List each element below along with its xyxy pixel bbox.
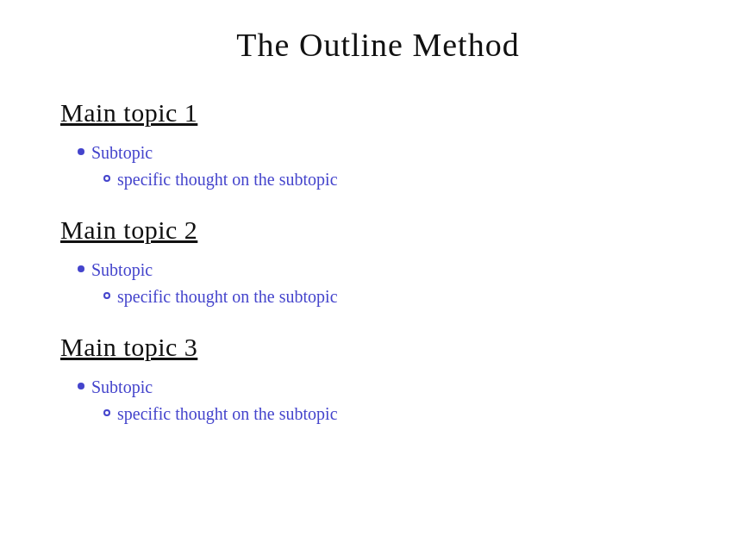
subtopic-list-3: Subtopic <box>60 377 696 397</box>
thought-bullet-icon <box>103 292 110 299</box>
thought-list-1: specific thought on the subtopic <box>60 170 696 190</box>
topic-section-2: Main topic 2 Subtopic specific thought o… <box>60 215 696 307</box>
page-title: The Outline Method <box>60 26 696 64</box>
main-topic-1: Main topic 1 <box>60 98 696 128</box>
thought-list-3: specific thought on the subtopic <box>60 404 696 424</box>
thought-item: specific thought on the subtopic <box>103 287 696 307</box>
subtopic-bullet-icon <box>78 383 84 390</box>
thought-item: specific thought on the subtopic <box>103 404 696 424</box>
topic-section-3: Main topic 3 Subtopic specific thought o… <box>60 333 696 424</box>
thought-list-2: specific thought on the subtopic <box>60 287 696 307</box>
subtopic-bullet-icon <box>78 265 84 272</box>
subtopic-item: Subtopic <box>78 143 696 163</box>
thought-bullet-icon <box>103 409 110 416</box>
thought-bullet-icon <box>103 175 110 182</box>
thought-text: specific thought on the subtopic <box>117 170 338 190</box>
thought-text: specific thought on the subtopic <box>117 404 338 424</box>
subtopic-label: Subtopic <box>91 143 153 163</box>
subtopic-label: Subtopic <box>91 260 153 280</box>
thought-text: specific thought on the subtopic <box>117 287 338 307</box>
page-container: The Outline Method Main topic 1 Subtopic… <box>0 0 756 536</box>
topic-section-1: Main topic 1 Subtopic specific thought o… <box>60 98 696 190</box>
subtopic-bullet-icon <box>78 148 84 155</box>
subtopic-item: Subtopic <box>78 377 696 397</box>
subtopic-label: Subtopic <box>91 377 153 397</box>
subtopic-item: Subtopic <box>78 260 696 280</box>
subtopic-list-2: Subtopic <box>60 260 696 280</box>
subtopic-list-1: Subtopic <box>60 143 696 163</box>
main-topic-2: Main topic 2 <box>60 215 696 245</box>
main-topic-3: Main topic 3 <box>60 333 696 362</box>
thought-item: specific thought on the subtopic <box>103 170 696 190</box>
